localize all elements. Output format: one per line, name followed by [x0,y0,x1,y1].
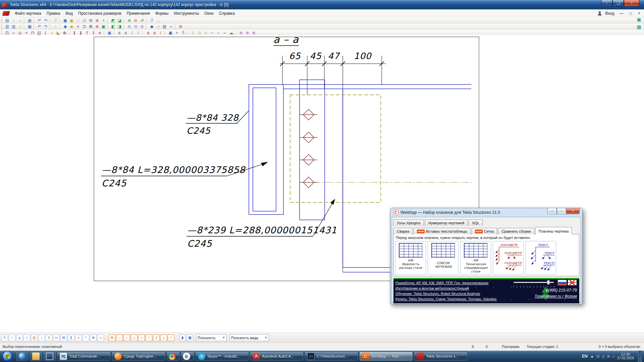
select-mark-icon[interactable]: ¶ [46,335,52,341]
snap-points-icon[interactable]: ⊠ [109,335,115,341]
minimize-button[interactable]: – [601,0,612,6]
select-cut-icon[interactable]: * [83,335,89,341]
fit-pick-icon[interactable]: ⊠ [88,24,94,29]
separator[interactable] [107,24,109,29]
select-line-icon[interactable]: ∕ [9,335,15,341]
footer-link-line[interactable]: Купить: Tekla Structures, Среду Topengin… [395,296,497,302]
fit-window-icon[interactable]: ⊡ [81,24,88,29]
menu-item[interactable]: Простановка размеров [75,10,124,17]
separator[interactable] [235,31,237,35]
plugin-card-parameter-marks[interactable]: ПАРАМЕТР ПАРАМЕТР ПАРАМЕТР [493,241,524,275]
taskbar-pinned-explorer[interactable] [30,352,42,361]
report-icon[interactable]: ▤ [161,24,168,29]
link-out-icon[interactable]: ◩ [110,18,116,23]
tray-network-icon[interactable]: ılı [607,354,610,359]
select-weld-icon[interactable]: × [75,335,82,341]
view-pick-icon[interactable]: ⊠ [88,18,94,23]
menu-item[interactable]: Формы [153,10,171,17]
plugin-card-kzh-steel-list[interactable]: КЖВедомостьрасхода стали [395,241,426,275]
dimension-run[interactable] [280,56,386,272]
menu-item[interactable]: Правка [44,10,63,17]
dialog-tab[interactable]: NEW Сетка [472,228,497,234]
plugin-card-km-specification[interactable]: КМТехническаяспецификациястали [460,241,491,275]
taskbar-total-commander[interactable]: TC Total Commande... [57,352,111,361]
bolt-symbols[interactable] [300,109,317,188]
snap-plane-icon[interactable]: ▮ [179,335,186,341]
select-arc-icon[interactable]: ∩ [23,335,30,341]
view-yellow-icon[interactable]: ▣ [68,18,75,23]
slider-handle[interactable] [547,280,550,285]
pan-icon[interactable]: ⌂ [52,24,59,29]
maximize-button[interactable]: ❏ [612,0,624,6]
redo-step-icon[interactable]: ↷ [43,24,49,29]
snap-nearest-icon[interactable]: z [160,335,167,341]
snap-center-icon[interactable]: ○ [123,335,130,341]
toolbar-grip[interactable] [1,24,3,28]
dialog-tab[interactable]: Плагины чертежа [535,227,572,234]
english-flag-icon[interactable] [568,280,577,285]
separator[interactable] [113,31,115,35]
separator[interactable] [50,18,52,23]
colors-icon[interactable]: ≡ [75,24,81,29]
undo-icon[interactable]: ↶ [36,18,43,23]
taskbar-pinned-computer[interactable] [43,352,56,361]
auto-update-icon[interactable]: ▣ [100,24,107,29]
separator[interactable] [24,24,26,29]
tray-show-hidden-icon[interactable]: ▲ [590,354,594,359]
separator[interactable] [123,24,125,29]
toolbar-grip[interactable] [1,31,3,35]
select-grid-icon[interactable]: ⊞ [60,335,67,341]
start-button[interactable] [2,351,13,362]
snap-extension-icon[interactable]: Z [153,335,160,341]
tray-display-icon[interactable]: ⊡ [597,354,600,359]
footer-link-line[interactable]: Изготовление и монтаж металлоконструкций [395,286,497,291]
taskbar-topengineer[interactable]: Среда TopEngine... [112,352,165,361]
doc-new-icon[interactable]: ▥ [4,24,10,29]
separator[interactable] [59,18,61,23]
separator[interactable] [50,24,52,29]
print-icon[interactable]: ▦ [26,18,33,23]
separator[interactable] [165,31,167,35]
attach-icon[interactable]: ◧ [110,24,116,29]
zoom-previous-icon[interactable]: ↺ [139,18,145,23]
menu-item[interactable]: Файл чертежа [12,10,44,17]
mdi-minimize-button[interactable]: — [619,11,625,16]
zoom-in-icon[interactable]: ⊕ [126,18,132,23]
interrupt-icon[interactable]: ▽ [52,18,59,23]
doc-export-icon[interactable]: ↓ [17,24,23,29]
site-link[interactable]: Topengineer.ru / Форум [534,294,577,299]
select-dimension-icon[interactable]: ↕ [38,335,45,341]
weldapp-close-button[interactable]: × [566,208,580,214]
separator[interactable] [175,24,177,29]
snap-depth-icon[interactable]: ▦ [186,335,193,341]
plane-view-select[interactable]: Плоскость вида ▼ [229,334,269,341]
select-plane-icon[interactable]: ∥ [68,335,74,341]
plugin-card-drawing-list[interactable]: СПИСОКЧЕРТЕЖЕЙ [428,241,459,275]
separator[interactable] [146,24,148,29]
zoom-selected-icon[interactable]: ⊙ [139,24,145,29]
dialog-tab[interactable]: SQL [469,220,483,226]
menu-item[interactable]: Вид [63,10,75,17]
menu-item[interactable]: Инструменты [171,10,202,17]
menu-item[interactable]: Справка [216,10,237,17]
save-drawing-icon[interactable]: ↓ [17,18,23,23]
language-indicator[interactable]: EN [582,354,588,359]
show-desktop-button[interactable] [638,351,642,362]
taskbar-clock[interactable]: 12:25 27.02.2016 [617,352,634,360]
tray-volume-icon[interactable]: ♪ [612,354,614,359]
new-drawing-icon[interactable]: ▤ [4,18,10,23]
snap-any-icon[interactable]: ✓ [168,335,174,341]
dialog-tab[interactable]: Сварка [393,228,413,234]
dialog-tab[interactable]: Сравнить сборки [498,228,534,234]
catalog-icon[interactable]: ◇ [155,24,161,29]
part-yellow-icon[interactable]: ◆ [68,24,75,29]
taskbar-console[interactable]: C:\ C:\TeklaStructure... [305,352,358,361]
separator[interactable] [107,18,109,23]
separator[interactable] [146,18,148,23]
select-part-icon[interactable]: ▥ [31,335,38,341]
menu-item[interactable]: Окно [202,10,216,17]
footer-link-line[interactable]: Обучение: Tekla Structures, Robot Struct… [395,291,497,296]
weldapp-minimize-button[interactable]: – [547,208,557,214]
props-icon[interactable]: ◆ [149,24,155,29]
help-icon[interactable]: ? [149,18,155,23]
